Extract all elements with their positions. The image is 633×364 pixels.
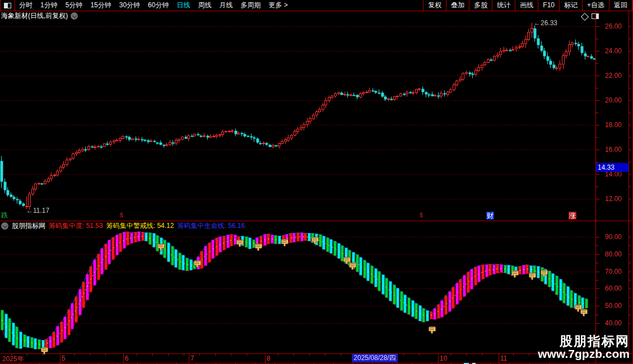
week-tick bbox=[74, 354, 75, 356]
indicator-chart-canvas[interactable] bbox=[0, 231, 595, 353]
indicator-axis-tick bbox=[596, 245, 598, 246]
signal-marker: 跌 bbox=[1, 211, 8, 219]
week-tick bbox=[231, 354, 231, 356]
price-axis-tick bbox=[596, 76, 599, 76]
week-tick bbox=[513, 354, 514, 356]
period-item-3[interactable]: 15分钟 bbox=[87, 1, 114, 10]
action-button-3[interactable]: 统计 bbox=[492, 0, 515, 11]
price-axis-tick bbox=[596, 162, 598, 162]
layout-toggle-button[interactable] bbox=[0, 0, 15, 11]
indicator-axis-tick bbox=[596, 237, 599, 237]
title-dropdown-icon[interactable] bbox=[71, 12, 78, 20]
right-strip-tick bbox=[629, 306, 631, 306]
period-item-9[interactable]: 多周期 bbox=[238, 1, 263, 10]
week-tick bbox=[309, 354, 310, 356]
right-strip-tick bbox=[629, 237, 631, 237]
indicator-header: 股朋指标网 筹码集中度: 51.53 筹码集中警戒线: 54.12 筹码集中生命… bbox=[1, 221, 245, 230]
month-boundary-line bbox=[189, 354, 189, 363]
candlestick-chart-canvas[interactable] bbox=[0, 21, 595, 221]
period-item-7[interactable]: 周线 bbox=[195, 1, 214, 10]
week-tick bbox=[403, 354, 404, 356]
indicator-axis-tick bbox=[596, 263, 598, 263]
action-button-6[interactable]: 标记 bbox=[559, 0, 582, 11]
month-label[interactable]: 11 bbox=[500, 354, 507, 362]
price-axis-tick bbox=[596, 39, 598, 39]
month-boundary-line bbox=[438, 354, 439, 363]
indicator-field-warning: 筹码集中警戒线: 54.12 bbox=[106, 221, 174, 231]
week-tick bbox=[482, 354, 482, 356]
price-axis-tick bbox=[596, 199, 599, 199]
high-price-annotation: ←26.33 bbox=[534, 19, 557, 27]
week-tick bbox=[294, 354, 294, 356]
thumbs-down-hand-icon bbox=[429, 326, 437, 334]
period-item-5[interactable]: 60分钟 bbox=[145, 1, 171, 10]
right-strip-tick bbox=[629, 113, 631, 113]
month-label[interactable]: 6 bbox=[125, 354, 129, 362]
diamond-icon[interactable] bbox=[582, 14, 588, 20]
indicator-axis-tick bbox=[596, 297, 598, 298]
indicator-axis-tick bbox=[596, 288, 599, 289]
right-strip-tick bbox=[629, 263, 631, 263]
period-item-6[interactable]: 日线 bbox=[174, 1, 193, 10]
price-axis-tick bbox=[596, 174, 599, 175]
week-tick bbox=[325, 354, 325, 356]
indicator-axis-tick bbox=[596, 315, 598, 315]
right-strip-tick bbox=[629, 297, 631, 298]
right-strip-tick bbox=[629, 137, 631, 138]
period-menu: 分时1分钟5分钟15分钟30分钟60分钟日线周线月线多周期更多 > bbox=[15, 0, 292, 11]
thumbs-down-hand-icon bbox=[194, 260, 203, 268]
action-button-2[interactable]: 多股 bbox=[469, 0, 492, 11]
indicator-dropdown-icon[interactable] bbox=[1, 222, 8, 230]
price-axis-tick bbox=[596, 186, 598, 187]
indicator-axis-label: 80.00 bbox=[605, 250, 622, 258]
thumbs-down-hand-icon bbox=[255, 244, 264, 251]
period-item-1[interactable]: 1分钟 bbox=[38, 1, 60, 10]
period-item-10[interactable]: 更多 > bbox=[266, 1, 290, 10]
indicator-site-label: 股朋指标网 bbox=[12, 221, 45, 231]
price-axis-tick bbox=[596, 51, 599, 52]
period-item-0[interactable]: 分时 bbox=[16, 1, 35, 10]
thumbs-down-hand-icon bbox=[529, 273, 538, 281]
signal-marker: 财 bbox=[486, 212, 494, 220]
period-item-4[interactable]: 30分钟 bbox=[117, 1, 143, 10]
period-item-2[interactable]: 5分钟 bbox=[63, 1, 86, 10]
right-strip-tick bbox=[629, 39, 631, 39]
month-label[interactable]: 8 bbox=[267, 354, 271, 362]
right-strip-tick bbox=[629, 125, 631, 125]
month-label[interactable]: 10 bbox=[440, 354, 447, 362]
price-axis-tick bbox=[596, 26, 599, 27]
indicator-axis-tick bbox=[596, 306, 599, 306]
action-button-5[interactable]: F10 bbox=[538, 0, 559, 11]
price-axis-label: 16.00 bbox=[605, 146, 622, 153]
indicator-field-life: 筹码集中生命线: 56.16 bbox=[177, 221, 245, 231]
month-label[interactable]: 7 bbox=[190, 354, 194, 362]
week-tick bbox=[184, 354, 184, 356]
action-button-7[interactable]: +自选 bbox=[582, 0, 609, 11]
right-strip-tick bbox=[629, 76, 631, 76]
price-axis-label: 22.00 bbox=[605, 72, 622, 80]
action-button-8[interactable]: 返回 bbox=[609, 0, 632, 11]
axis-left-border bbox=[595, 11, 596, 363]
watermark-url: www.7gpzb.com bbox=[538, 347, 630, 361]
price-axis-tick bbox=[596, 113, 598, 113]
time-axis-bottom-line bbox=[0, 363, 633, 363]
week-tick bbox=[466, 354, 467, 356]
action-button-1[interactable]: 叠加 bbox=[446, 0, 469, 11]
action-button-4[interactable]: 画线 bbox=[515, 0, 538, 11]
indicator-axis-label: 60.00 bbox=[605, 284, 622, 292]
thumbs-down-hand-icon bbox=[236, 240, 245, 248]
selected-date-tag: 2025/08/28/四 bbox=[352, 354, 398, 362]
year-label: 2025年 bbox=[2, 354, 24, 364]
month-label[interactable]: 5 bbox=[62, 354, 66, 362]
split-layout-icon bbox=[4, 3, 11, 8]
action-button-0[interactable]: 复权 bbox=[423, 0, 446, 11]
right-strip-tick bbox=[629, 51, 631, 52]
period-item-8[interactable]: 月线 bbox=[216, 1, 235, 10]
price-axis-tick bbox=[596, 150, 599, 150]
right-strip-tick bbox=[629, 162, 631, 162]
thumbs-down-hand-icon bbox=[157, 244, 166, 251]
right-strip-tick bbox=[629, 174, 631, 175]
week-tick bbox=[199, 354, 200, 356]
thumbs-down-hand-icon bbox=[349, 263, 358, 270]
week-tick bbox=[90, 354, 90, 356]
